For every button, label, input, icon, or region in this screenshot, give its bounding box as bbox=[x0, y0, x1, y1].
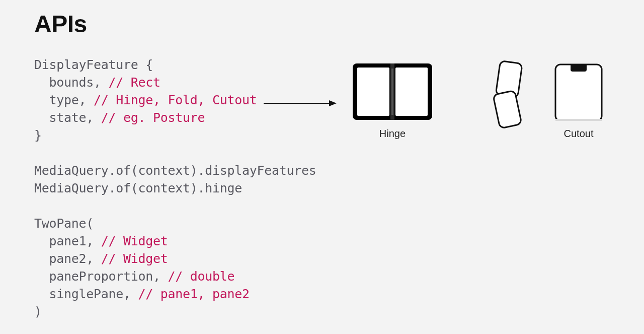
code-line: ) bbox=[34, 304, 42, 319]
device-fold bbox=[475, 60, 531, 138]
svg-rect-2 bbox=[357, 68, 389, 116]
code-token: state, bbox=[49, 110, 94, 125]
code-token: pane1, bbox=[49, 234, 94, 248]
code-comment: // Widget bbox=[101, 251, 168, 266]
code-comment: // Widget bbox=[101, 234, 168, 248]
device-hinge: Hinge bbox=[352, 60, 433, 140]
page-title: APIs bbox=[34, 10, 610, 38]
svg-rect-3 bbox=[395, 68, 428, 116]
svg-rect-8 bbox=[555, 64, 602, 121]
device-label: Hinge bbox=[352, 128, 433, 140]
device-label: Cutout bbox=[551, 128, 606, 140]
code-token: paneProportion, bbox=[49, 269, 160, 284]
arrow-icon bbox=[264, 96, 339, 111]
cutout-icon bbox=[554, 60, 603, 121]
code-comment: // eg. Posture bbox=[101, 110, 205, 125]
device-cutout: Cutout bbox=[551, 60, 606, 140]
code-comment: // Rect bbox=[109, 75, 160, 90]
code-token: type, bbox=[49, 93, 87, 107]
fold-icon bbox=[475, 60, 531, 131]
code-line: MediaQuery.of(context).displayFeatures bbox=[34, 163, 316, 178]
code-line: MediaQuery.of(context).hinge bbox=[34, 181, 242, 195]
code-comment: // double bbox=[168, 269, 235, 284]
code-token: pane2, bbox=[49, 251, 94, 266]
code-token: singlePane, bbox=[49, 287, 131, 301]
device-illustrations: Hinge bbox=[352, 60, 624, 156]
code-line: } bbox=[34, 128, 42, 143]
code-line: TwoPane( bbox=[34, 216, 94, 231]
svg-rect-5 bbox=[391, 69, 393, 115]
code-token: bounds, bbox=[49, 75, 101, 90]
code-line: DisplayFeature { bbox=[34, 57, 153, 72]
svg-rect-9 bbox=[555, 119, 602, 121]
code-comment: // pane1, pane2 bbox=[138, 287, 250, 301]
hinge-icon bbox=[352, 60, 433, 121]
slide: APIs DisplayFeature { bounds, // Rect ty… bbox=[0, 0, 644, 334]
code-comment: // Hinge, Fold, Cutout bbox=[94, 93, 257, 107]
